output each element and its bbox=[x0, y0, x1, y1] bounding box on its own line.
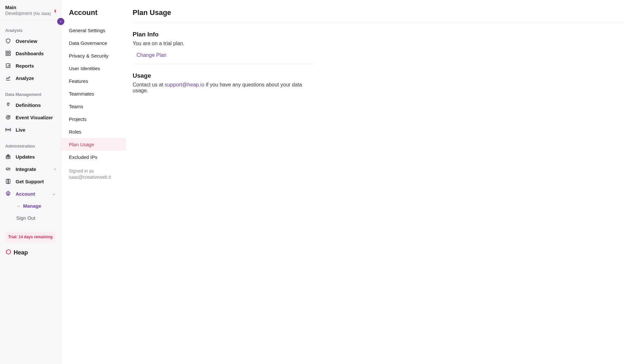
nav-integrate[interactable]: Integrate › bbox=[0, 163, 61, 175]
svg-rect-1 bbox=[9, 51, 10, 53]
brand-logo[interactable]: Heap bbox=[0, 242, 61, 263]
support-email-link[interactable]: support@heap.io bbox=[165, 82, 204, 87]
account-item-projects[interactable]: Projects bbox=[61, 113, 126, 125]
plan-info-section: Plan Info You are on a trial plan. Chang… bbox=[133, 31, 315, 64]
nav-section-data-management: Data Management bbox=[0, 84, 61, 99]
nav-event-visualizer-label: Event Visualizer bbox=[16, 115, 53, 120]
environment-main-label: Main bbox=[5, 5, 56, 10]
nav-integrate-label: Integrate bbox=[16, 166, 36, 172]
usage-body-prefix: Contact us at bbox=[133, 82, 165, 87]
nav-get-support[interactable]: Get Support bbox=[0, 175, 61, 188]
usage-heading: Usage bbox=[133, 72, 315, 79]
account-item-excluded-ips[interactable]: Excluded IPs bbox=[61, 151, 126, 163]
account-subnav-title: Account bbox=[61, 8, 126, 24]
nav-dashboards[interactable]: Dashboards bbox=[0, 47, 61, 59]
change-plan-link[interactable]: Change Plan bbox=[133, 51, 167, 58]
definitions-icon bbox=[5, 102, 11, 108]
target-icon bbox=[5, 114, 11, 120]
nav-account[interactable]: Account ⌄ bbox=[0, 188, 61, 200]
main-content: Plan Usage Plan Info You are on a trial … bbox=[126, 0, 624, 364]
chevron-up-down-icon: ▲▼ bbox=[54, 9, 57, 13]
account-item-user-identities[interactable]: User Identities bbox=[61, 62, 126, 75]
svg-point-10 bbox=[7, 193, 9, 195]
account-item-data-governance[interactable]: Data Governance bbox=[61, 37, 126, 49]
chevron-down-icon: ⌄ bbox=[52, 191, 56, 196]
nav-account-label: Account bbox=[16, 191, 35, 197]
nav-account-manage[interactable]: → Manage bbox=[0, 200, 61, 212]
book-icon bbox=[5, 178, 11, 184]
signed-in-as-block: Signed in as saas@creativeweb.it bbox=[61, 163, 126, 185]
sidebar-footer: Trial: 14 days remaining bbox=[0, 232, 61, 242]
nav-live-label: Live bbox=[16, 127, 25, 133]
account-item-features[interactable]: Features bbox=[61, 75, 126, 87]
account-item-general-settings[interactable]: General Settings bbox=[61, 24, 126, 37]
plan-info-heading: Plan Info bbox=[133, 31, 315, 38]
nav-account-signout[interactable]: Sign Out bbox=[0, 212, 61, 224]
signed-in-as-label: Signed in as bbox=[69, 168, 118, 174]
nav-analyze[interactable]: Analyze bbox=[0, 72, 61, 84]
nav-overview-label: Overview bbox=[16, 38, 37, 44]
account-subnav: Account General SettingsData GovernanceP… bbox=[61, 0, 126, 364]
nav-overview[interactable]: Overview bbox=[0, 35, 61, 47]
environment-sub-label: Development (No data) bbox=[5, 11, 56, 16]
report-icon bbox=[5, 63, 11, 69]
signed-in-as-email: saas@creativeweb.it bbox=[69, 174, 118, 180]
nav-analyze-label: Analyze bbox=[16, 75, 34, 81]
page-title: Plan Usage bbox=[133, 8, 624, 23]
nav-reports[interactable]: Reports bbox=[0, 59, 61, 72]
nav-account-signout-label: Sign Out bbox=[16, 215, 35, 221]
chevron-right-icon: › bbox=[54, 167, 56, 171]
nav-event-visualizer[interactable]: Event Visualizer bbox=[0, 111, 61, 124]
nav-reports-label: Reports bbox=[16, 63, 34, 69]
nav-dashboards-label: Dashboards bbox=[16, 51, 44, 56]
broadcast-icon bbox=[5, 127, 11, 133]
account-item-teams[interactable]: Teams bbox=[61, 100, 126, 113]
svg-point-8 bbox=[8, 129, 9, 130]
primary-sidebar: Main Development (No data) ▲▼ ‹ Analysis… bbox=[0, 0, 61, 364]
svg-rect-2 bbox=[6, 54, 7, 56]
heap-logo-icon bbox=[5, 249, 12, 257]
account-item-privacy-security[interactable]: Privacy & Security bbox=[61, 49, 126, 62]
gift-icon bbox=[5, 154, 11, 160]
brand-name: Heap bbox=[14, 249, 28, 256]
nav-section-analysis: Analysis bbox=[0, 20, 61, 35]
gear-icon bbox=[5, 191, 11, 197]
account-item-roles[interactable]: Roles bbox=[61, 125, 126, 138]
link-icon bbox=[5, 166, 11, 172]
trial-banner[interactable]: Trial: 14 days remaining bbox=[5, 232, 56, 242]
account-item-teammates[interactable]: Teammates bbox=[61, 87, 126, 100]
arrow-right-icon: → bbox=[16, 203, 20, 208]
shield-icon bbox=[5, 38, 11, 44]
nav-definitions-label: Definitions bbox=[16, 102, 41, 108]
environment-switcher[interactable]: Main Development (No data) ▲▼ bbox=[0, 0, 61, 20]
nav-section-administration: Administration bbox=[0, 136, 61, 150]
account-item-plan-usage[interactable]: Plan Usage bbox=[61, 138, 126, 151]
svg-rect-3 bbox=[9, 54, 10, 56]
nav-definitions[interactable]: Definitions bbox=[0, 99, 61, 111]
nav-account-manage-label: Manage bbox=[23, 203, 41, 209]
nav-updates-label: Updates bbox=[16, 154, 35, 160]
nav-updates[interactable]: Updates bbox=[0, 150, 61, 163]
chevron-left-icon: ‹ bbox=[60, 19, 61, 24]
grid-icon bbox=[5, 50, 11, 56]
analyze-icon bbox=[5, 75, 11, 81]
svg-rect-0 bbox=[6, 51, 7, 53]
collapse-sidebar-button[interactable]: ‹ bbox=[57, 18, 64, 25]
nav-live[interactable]: Live bbox=[0, 124, 61, 136]
usage-section: Usage Contact us at support@heap.io if y… bbox=[133, 72, 315, 104]
nav-get-support-label: Get Support bbox=[16, 179, 44, 184]
plan-info-body: You are on a trial plan. bbox=[133, 41, 315, 46]
svg-point-7 bbox=[7, 117, 9, 118]
svg-point-5 bbox=[9, 103, 10, 104]
usage-body: Contact us at support@heap.io if you hav… bbox=[133, 82, 315, 94]
